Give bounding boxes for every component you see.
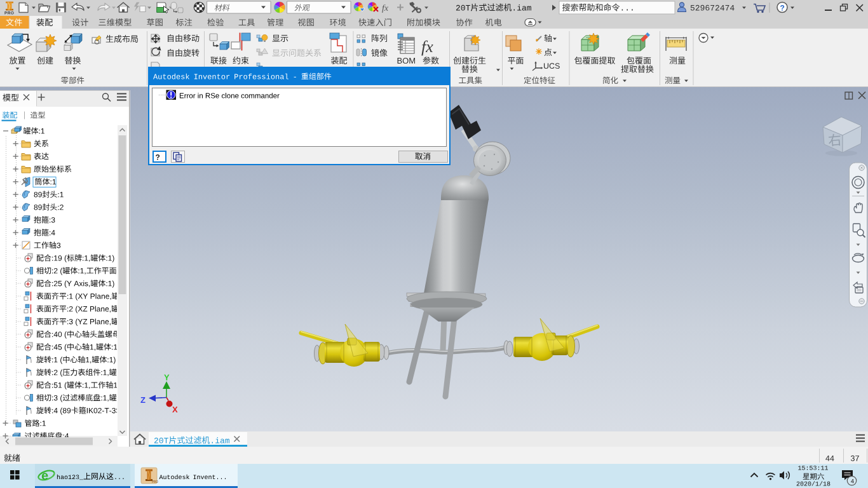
svg-text:PRO: PRO	[152, 480, 158, 484]
